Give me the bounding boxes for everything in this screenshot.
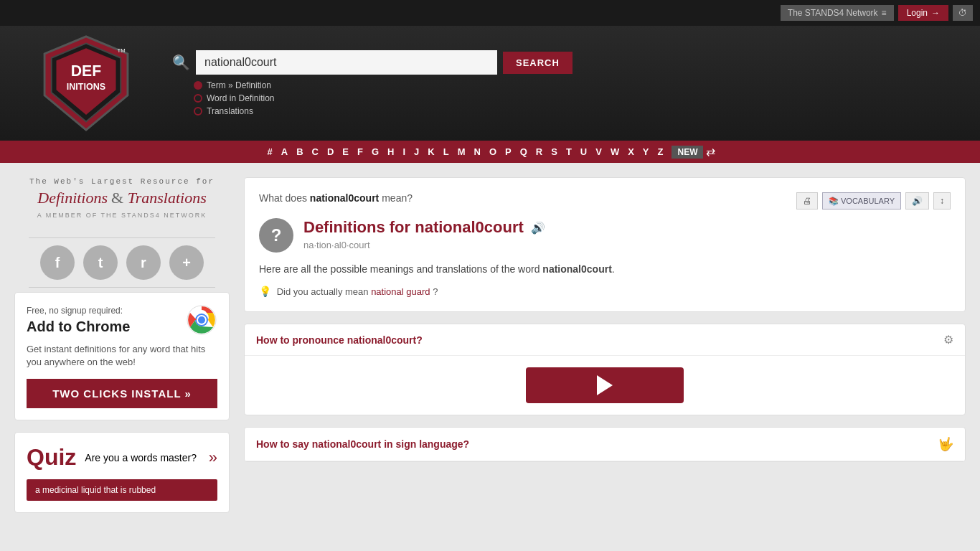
search-area: 🔍 SEARCH Term » Definition Word in Defin…	[172, 50, 966, 116]
alpha-t[interactable]: T	[563, 145, 575, 159]
quiz-arrow-icon[interactable]: »	[209, 448, 217, 467]
alpha-o[interactable]: O	[486, 145, 499, 159]
sign-language-card: How to say national0court in sign langua…	[244, 427, 966, 462]
install-button[interactable]: TWO CLICKS INSTALL »	[27, 379, 217, 408]
alpha-b[interactable]: B	[293, 145, 306, 159]
definition-card: What does national0court mean? 🖨 📚 VOCAB…	[244, 177, 966, 312]
login-button[interactable]: Login →	[898, 5, 948, 21]
what-does-prefix: What does	[259, 192, 310, 204]
alpha-r[interactable]: R	[533, 145, 545, 159]
radio-label-1: Term » Definition	[207, 80, 271, 90]
sound-icon: 🔊	[912, 196, 923, 206]
radio-dot-2	[194, 94, 202, 103]
top-bar: The STANDS4 Network ≡ Login → ⏱	[0, 0, 980, 26]
print-button[interactable]: 🖨	[796, 192, 818, 209]
alpha-h[interactable]: H	[385, 145, 397, 159]
sidebar-main-tagline: Definitions & Translations	[14, 189, 230, 207]
font-size-button[interactable]: ↕	[933, 192, 951, 209]
sign-language-title: How to say national0court in sign langua…	[256, 438, 469, 450]
alpha-g[interactable]: G	[369, 145, 382, 159]
network-label: The STANDS4 Network	[788, 8, 878, 18]
hamburger-icon: ≡	[882, 8, 887, 18]
radio-word-in-definition[interactable]: Word in Definition	[194, 93, 966, 103]
alpha-n[interactable]: N	[471, 145, 484, 159]
facebook-icon[interactable]: f	[40, 245, 75, 280]
search-btn-label: SEARCH	[516, 57, 560, 68]
alpha-e[interactable]: E	[339, 145, 352, 159]
main-tagline-1: Definitions	[37, 189, 108, 207]
sound-button[interactable]: 🔊	[905, 192, 929, 209]
sidebar-logo-text: The Web's Largest Resource for Definitio…	[14, 177, 230, 233]
alpha-k[interactable]: K	[425, 145, 437, 159]
network-button[interactable]: The STANDS4 Network ≡	[781, 5, 894, 21]
what-does-word: national0court	[310, 192, 379, 204]
vocabulary-button[interactable]: 📚 VOCABULARY	[822, 192, 901, 209]
alpha-u[interactable]: U	[578, 145, 590, 159]
alpha-z[interactable]: Z	[655, 145, 666, 159]
alpha-j[interactable]: J	[411, 145, 422, 159]
suggestion-suffix: ?	[433, 286, 438, 297]
question-mark-icon: ?	[259, 218, 293, 253]
free-label: Free, no signup required:	[27, 306, 130, 316]
definition-title: Definitions for national0court	[303, 218, 524, 237]
pronounce-title: How to pronounce national0court?	[256, 334, 423, 346]
plus-icon[interactable]: +	[169, 245, 204, 280]
alpha-w[interactable]: W	[608, 145, 622, 159]
alpha-c[interactable]: C	[309, 145, 321, 159]
def-tools: 🖨 📚 VOCABULARY 🔊 ↕	[796, 192, 951, 209]
search-options: Term » Definition Word in Definition Tra…	[194, 80, 966, 116]
print-icon: 🖨	[803, 196, 811, 206]
def-body-prefix: Here are all the possible meanings and t…	[259, 263, 542, 275]
new-button[interactable]: NEW	[672, 146, 703, 159]
quiz-row: Quiz Are you a words master? »	[27, 444, 217, 471]
alpha-q[interactable]: Q	[517, 145, 530, 159]
install-btn-label: TWO CLICKS INSTALL »	[52, 387, 192, 400]
header: DEF INITIONS TM 🔍 SEARCH Term » Definiti…	[0, 26, 980, 141]
quiz-subtitle-wrap: Are you a words master?	[85, 452, 197, 463]
quiz-card: Quiz Are you a words master? » a medicin…	[14, 432, 230, 513]
what-does-text: What does national0court mean?	[259, 192, 413, 204]
sidebar-sub-tagline: A MEMBER OF THE STANDS4 NETWORK	[14, 212, 230, 219]
reddit-icon[interactable]: r	[126, 245, 161, 280]
search-input[interactable]	[196, 50, 497, 75]
chrome-card-desc: Get instant definitions for any word tha…	[27, 343, 217, 369]
def-title-area: Definitions for national0court 🔊 na·tion…	[303, 218, 545, 250]
alpha-y[interactable]: Y	[640, 145, 652, 159]
logo-shield: DEF INITIONS TM	[39, 33, 133, 133]
search-icon: 🔍	[172, 54, 190, 71]
radio-label-3: Translations	[207, 106, 253, 116]
def-card-top: What does national0court mean? 🖨 📚 VOCAB…	[259, 192, 951, 209]
pronounce-card: How to pronounce national0court? ⚙	[244, 324, 966, 415]
main-layout: The Web's Largest Resource for Definitio…	[0, 163, 980, 539]
alpha-a[interactable]: A	[278, 145, 291, 159]
search-button[interactable]: SEARCH	[503, 52, 573, 74]
history-button[interactable]: ⏱	[953, 5, 973, 21]
alpha-i[interactable]: I	[400, 145, 408, 159]
pronounce-header[interactable]: How to pronounce national0court? ⚙	[245, 324, 965, 356]
twitter-icon[interactable]: t	[83, 245, 118, 280]
alpha-v[interactable]: V	[593, 145, 605, 159]
svg-text:DEF: DEF	[71, 62, 101, 80]
alpha-p[interactable]: P	[502, 145, 514, 159]
alpha-s[interactable]: S	[548, 145, 560, 159]
alpha-d[interactable]: D	[324, 145, 336, 159]
alpha-m[interactable]: M	[455, 145, 468, 159]
play-button[interactable]	[526, 367, 684, 403]
alpha-x[interactable]: X	[625, 145, 637, 159]
def-sound-icon[interactable]: 🔊	[531, 221, 545, 235]
radio-translations[interactable]: Translations	[194, 106, 966, 116]
radio-term-definition[interactable]: Term » Definition	[194, 80, 966, 90]
quiz-answer-preview: a medicinal liquid that is rubbed	[27, 479, 217, 501]
definition-body: Here are all the possible meanings and t…	[259, 261, 951, 277]
pronunciation-text: na·tion·al0·court	[303, 240, 545, 250]
svg-text:INITIONS: INITIONS	[67, 82, 105, 92]
search-row: 🔍 SEARCH	[172, 50, 966, 75]
suggestion-link[interactable]: national guard	[371, 286, 430, 297]
alpha-f[interactable]: F	[354, 145, 366, 159]
alpha-l[interactable]: L	[440, 145, 452, 159]
alpha-hash[interactable]: #	[265, 145, 275, 159]
def-body-word: national0court	[542, 263, 611, 275]
lightbulb-icon: 💡	[259, 286, 271, 297]
sign-language-header[interactable]: How to say national0court in sign langua…	[245, 428, 965, 461]
shuffle-icon[interactable]: ⇄	[706, 145, 715, 159]
